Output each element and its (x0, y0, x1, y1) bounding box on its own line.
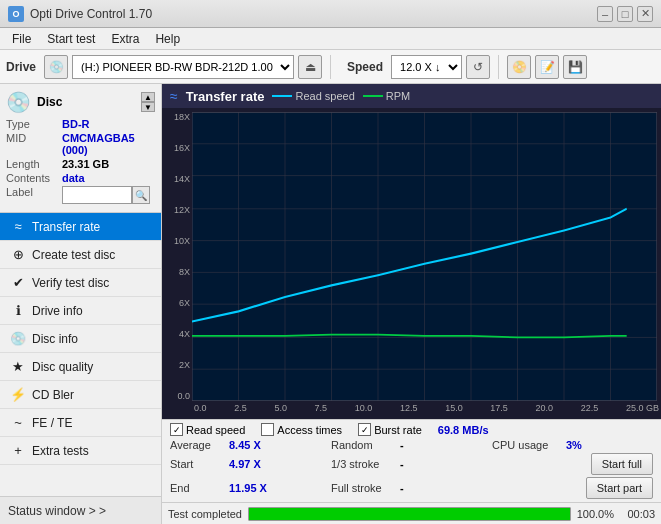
nav-create-test-disc[interactable]: ⊕ Create test disc (0, 241, 161, 269)
disc-contents-row: Contents data (6, 172, 155, 184)
menu-file[interactable]: File (4, 30, 39, 48)
status-window-label: Status window > > (8, 504, 106, 518)
drive-icon-button[interactable]: 💿 (44, 55, 68, 79)
disc-type-key: Type (6, 118, 62, 130)
menu-extra[interactable]: Extra (103, 30, 147, 48)
legend-read-speed: Read speed (272, 90, 354, 102)
close-button[interactable]: ✕ (637, 6, 653, 22)
titlebar: O Opti Drive Control 1.70 – □ ✕ (0, 0, 661, 28)
progress-fill (249, 508, 570, 520)
start-key: Start (170, 458, 225, 470)
average-key: Average (170, 439, 225, 451)
disc-mid-row: MID CMCMAGBA5 (000) (6, 132, 155, 156)
nav-verify-test-disc-label: Verify test disc (32, 276, 109, 290)
status-window-button[interactable]: Status window > > (0, 496, 161, 524)
y-label-18: 18X (174, 112, 190, 122)
stats-cell-start-full: Start full (492, 453, 653, 475)
disc-write-button[interactable]: 📝 (535, 55, 559, 79)
drive-info-icon: ℹ (10, 303, 26, 319)
y-label-2: 2X (179, 360, 190, 370)
y-label-10: 10X (174, 236, 190, 246)
nav-extra-tests[interactable]: + Extra tests (0, 437, 161, 465)
nav-transfer-rate-label: Transfer rate (32, 220, 100, 234)
x-label-12-5: 12.5 (400, 403, 418, 419)
full-stroke-key: Full stroke (331, 482, 396, 494)
y-label-0: 0.0 (177, 391, 190, 401)
progress-time: 00:03 (620, 508, 655, 520)
stats-cell-start: Start 4.97 X (170, 458, 331, 470)
toolbar-separator-2 (498, 55, 499, 79)
menu-help[interactable]: Help (147, 30, 188, 48)
disc-icon: 💿 (6, 90, 31, 114)
read-speed-checkbox[interactable] (170, 423, 183, 436)
full-stroke-val: - (400, 482, 430, 494)
menu-start-test[interactable]: Start test (39, 30, 103, 48)
refresh-button[interactable]: ↺ (466, 55, 490, 79)
nav-drive-info[interactable]: ℹ Drive info (0, 297, 161, 325)
content-area: ≈ Transfer rate Read speed RPM 0.0 2X 4X… (162, 84, 661, 524)
y-label-6: 6X (179, 298, 190, 308)
disc-label-input[interactable] (62, 186, 132, 204)
create-test-disc-icon: ⊕ (10, 247, 26, 263)
nav-disc-quality[interactable]: ★ Disc quality (0, 353, 161, 381)
disc-quality-icon: ★ (10, 359, 26, 375)
stats-cell-start-part: Start part (492, 477, 653, 499)
drive-selector[interactable]: (H:) PIONEER BD-RW BDR-212D 1.00 (72, 55, 294, 79)
x-label-20: 20.0 (536, 403, 554, 419)
start-part-button[interactable]: Start part (586, 477, 653, 499)
stats-row-start: Start 4.97 X 1/3 stroke - Start full (170, 453, 653, 475)
save-button[interactable]: 💾 (563, 55, 587, 79)
start-val: 4.97 X (229, 458, 274, 470)
window-controls: – □ ✕ (597, 6, 653, 22)
chart-title: Transfer rate (186, 89, 265, 104)
stroke-1-3-val: - (400, 458, 430, 470)
burst-rate-checkbox[interactable] (358, 423, 371, 436)
disc-prev-button[interactable]: ▲ (141, 92, 155, 102)
nav-disc-info-label: Disc info (32, 332, 78, 346)
status-text: Test completed (168, 508, 242, 520)
extra-tests-icon: + (10, 443, 26, 459)
burst-rate-value: 69.8 MB/s (438, 424, 489, 436)
disc-type-row: Type BD-R (6, 118, 155, 130)
disc-header: 💿 Disc ▲ ▼ (6, 90, 155, 114)
stats-row-end: End 11.95 X Full stroke - Start part (170, 477, 653, 499)
fe-te-icon: ~ (10, 415, 26, 431)
nav-extra-tests-label: Extra tests (32, 444, 89, 458)
nav-verify-test-disc[interactable]: ✔ Verify test disc (0, 269, 161, 297)
legend-read-speed-check-label: Read speed (186, 424, 245, 436)
disc-read-button[interactable]: 📀 (507, 55, 531, 79)
stats-cell-1-3-stroke: 1/3 stroke - (331, 458, 492, 470)
disc-info-icon: 💿 (10, 331, 26, 347)
disc-type-val: BD-R (62, 118, 90, 130)
legend-rpm-color (363, 95, 383, 97)
chart-header: ≈ Transfer rate Read speed RPM (162, 84, 661, 108)
disc-info-table: Type BD-R MID CMCMAGBA5 (000) Length 23.… (6, 118, 155, 204)
disc-nav-arrows: ▲ ▼ (141, 92, 155, 112)
x-label-15: 15.0 (445, 403, 463, 419)
disc-label-save-button[interactable]: 🔍 (132, 186, 150, 204)
nav-disc-quality-label: Disc quality (32, 360, 93, 374)
nav-disc-info[interactable]: 💿 Disc info (0, 325, 161, 353)
stats-cell-average: Average 8.45 X (170, 439, 331, 451)
speed-selector[interactable]: 12.0 X ↓ (391, 55, 462, 79)
stats-cell-cpu: CPU usage 3% (492, 439, 653, 451)
nav-create-test-disc-label: Create test disc (32, 248, 115, 262)
legend-access-times-label: Access times (277, 424, 342, 436)
stats-cell-end: End 11.95 X (170, 482, 331, 494)
maximize-button[interactable]: □ (617, 6, 633, 22)
stroke-1-3-key: 1/3 stroke (331, 458, 396, 470)
random-key: Random (331, 439, 396, 451)
legend-row: Read speed Access times Burst rate 69.8 … (170, 423, 653, 436)
nav-fe-te[interactable]: ~ FE / TE (0, 409, 161, 437)
access-times-checkbox[interactable] (261, 423, 274, 436)
drive-toolbar: Drive 💿 (H:) PIONEER BD-RW BDR-212D 1.00… (0, 50, 661, 84)
chart-inner: 0.0 2.5 5.0 7.5 10.0 12.5 15.0 17.5 20.0… (192, 108, 661, 419)
nav-transfer-rate[interactable]: ≈ Transfer rate (0, 213, 161, 241)
disc-section: 💿 Disc ▲ ▼ Type BD-R MID CMCMAGBA5 (000)… (0, 84, 161, 213)
nav-cd-bler[interactable]: ⚡ CD Bler (0, 381, 161, 409)
minimize-button[interactable]: – (597, 6, 613, 22)
eject-button[interactable]: ⏏ (298, 55, 322, 79)
start-full-button[interactable]: Start full (591, 453, 653, 475)
disc-next-button[interactable]: ▼ (141, 102, 155, 112)
x-axis: 0.0 2.5 5.0 7.5 10.0 12.5 15.0 17.5 20.0… (192, 403, 661, 419)
